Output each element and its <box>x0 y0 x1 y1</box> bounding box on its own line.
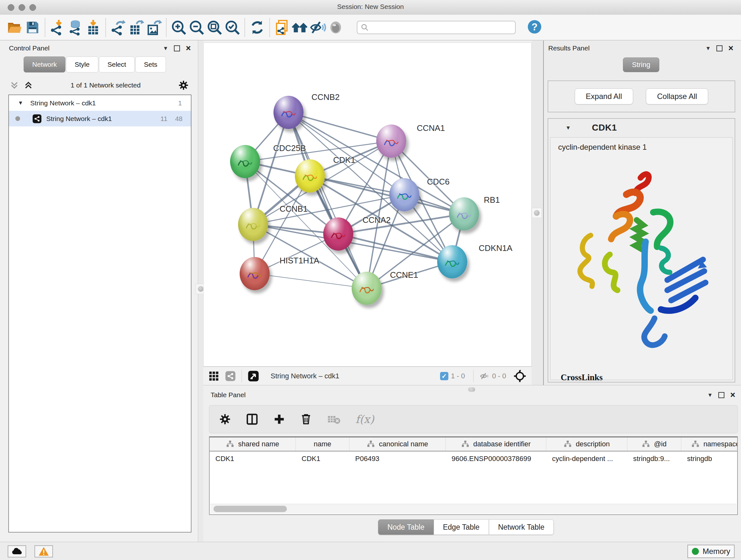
import-table-button[interactable] <box>84 18 102 37</box>
tab-select[interactable]: Select <box>99 57 135 72</box>
results-panel-float-button[interactable]: ▼ <box>705 46 711 51</box>
network-node-cdkn1a[interactable] <box>437 245 467 278</box>
table-cell[interactable]: stringdb:9... <box>627 455 681 463</box>
export-table-button[interactable] <box>127 18 145 37</box>
control-panel-maximize-button[interactable] <box>174 45 180 51</box>
table-row[interactable]: CDK1CDK1P064939606.ENSP00000378699cyclin… <box>210 451 737 466</box>
import-database-button[interactable] <box>66 18 84 37</box>
zoom-in-button[interactable] <box>170 18 188 37</box>
horizontal-splitter-handle[interactable] <box>468 387 475 392</box>
expand-all-button[interactable]: Expand All <box>575 88 633 105</box>
gene-collapse-icon[interactable]: ▼ <box>565 125 571 131</box>
network-edge[interactable] <box>255 273 367 288</box>
selected-nodes-checkbox[interactable]: ✓ <box>440 372 448 380</box>
network-node-cdc25b[interactable] <box>230 145 260 178</box>
gene-section-header[interactable]: ▼ CDK1 <box>548 119 735 137</box>
network-node-cdk1[interactable] <box>295 159 325 192</box>
results-panel-maximize-button[interactable] <box>717 45 723 51</box>
network-view: CCNB2 CCNA1 CDC25B CDK1 CDC6 RB1 CCNB1 C… <box>203 41 532 385</box>
tab-style[interactable]: Style <box>66 57 98 72</box>
search-input[interactable] <box>369 23 515 31</box>
network-edges <box>204 43 531 366</box>
collapse-all-icon[interactable] <box>10 80 19 90</box>
zoom-out-button[interactable] <box>188 18 205 37</box>
table-cell[interactable]: 9606.ENSP00000378699 <box>446 455 546 463</box>
control-panel-close-button[interactable]: × <box>186 45 191 52</box>
network-share-view-icon[interactable] <box>225 371 236 381</box>
network-node-ccna2[interactable] <box>323 217 353 251</box>
column-header--id[interactable]: @id <box>627 437 681 451</box>
network-node-hist1h1a[interactable] <box>240 257 270 290</box>
add-column-icon[interactable] <box>273 413 285 425</box>
grid-view-icon[interactable] <box>208 371 219 381</box>
save-session-button[interactable] <box>23 18 42 37</box>
column-header-namespace[interactable]: namespace <box>681 437 738 451</box>
right-splitter-handle[interactable] <box>532 208 542 218</box>
import-network-button[interactable] <box>49 18 66 37</box>
export-image-button[interactable] <box>145 18 163 37</box>
tab-edge-table[interactable]: Edge Table <box>434 519 489 535</box>
table-settings-gear-icon[interactable] <box>219 413 231 425</box>
birds-eye-view-icon[interactable] <box>248 370 259 382</box>
table-horizontal-scrollbar[interactable] <box>210 504 737 514</box>
table-cell[interactable]: stringdb <box>681 455 738 463</box>
left-splitter[interactable] <box>198 41 203 542</box>
table-cell[interactable]: CDK1 <box>210 455 296 463</box>
tab-sets[interactable]: Sets <box>135 57 166 72</box>
network-row-selected[interactable]: String Network – cdk1 11 48 <box>9 111 191 126</box>
table-panel-maximize-button[interactable] <box>718 392 724 398</box>
network-canvas[interactable]: CCNB2 CCNA1 CDC25B CDK1 CDC6 RB1 CCNB1 C… <box>203 43 532 367</box>
table-panel-float-button[interactable]: ▼ <box>707 392 713 398</box>
first-neighbors-button[interactable] <box>291 18 309 37</box>
column-header-description[interactable]: description <box>546 437 627 451</box>
tab-node-table[interactable]: Node Table <box>378 519 434 535</box>
delete-table-icon[interactable] <box>327 413 341 426</box>
gene-details: cyclin-dependent kinase 1 <box>550 137 733 380</box>
warnings-button[interactable] <box>35 545 53 557</box>
fit-selection-crosshair-icon[interactable] <box>513 369 527 383</box>
protein-thumbnail <box>382 135 401 150</box>
column-header-canonical-name[interactable]: canonical name <box>349 437 446 451</box>
collection-expand-icon[interactable]: ▼ <box>18 100 23 106</box>
import-network-icon <box>49 19 66 36</box>
open-session-button[interactable] <box>6 18 23 37</box>
table-cell[interactable]: P06493 <box>349 455 446 463</box>
network-options-gear-icon[interactable] <box>178 80 189 91</box>
protein-thumbnail <box>357 282 376 297</box>
tab-string[interactable]: String <box>623 57 659 72</box>
show-all-button[interactable] <box>327 18 345 37</box>
clone-network-button[interactable] <box>273 18 291 37</box>
tab-network[interactable]: Network <box>23 57 65 72</box>
cloud-status-button[interactable] <box>8 545 26 557</box>
collapse-all-button[interactable]: Collapse All <box>646 88 708 105</box>
control-panel-float-button[interactable]: ▼ <box>163 46 168 51</box>
network-node-rb1[interactable] <box>449 197 479 231</box>
table-cell[interactable]: CDK1 <box>296 455 349 463</box>
column-header-database-identifier[interactable]: database identifier <box>446 437 546 451</box>
network-collection-row[interactable]: ▼ String Network – cdk1 1 <box>9 95 191 111</box>
zoom-fit-button[interactable] <box>205 18 223 37</box>
scrollbar-thumb[interactable] <box>213 506 287 512</box>
table-panel-close-button[interactable]: × <box>730 392 735 399</box>
expand-all-icon[interactable] <box>23 80 33 90</box>
table-cell[interactable]: cyclin-dependent ... <box>546 455 627 463</box>
export-network-button[interactable] <box>109 18 127 37</box>
function-builder-button[interactable]: f(x) <box>355 413 374 426</box>
show-columns-icon[interactable] <box>246 413 259 426</box>
zoom-selected-button[interactable] <box>223 18 241 37</box>
column-header-name[interactable]: name <box>296 437 349 451</box>
network-node-cdc6[interactable] <box>389 178 419 211</box>
hide-selected-button[interactable] <box>309 18 327 37</box>
refresh-button[interactable] <box>248 18 266 37</box>
network-node-ccnb1[interactable] <box>238 208 268 241</box>
delete-column-icon[interactable] <box>300 413 312 425</box>
column-header-shared-name[interactable]: shared name <box>210 437 296 451</box>
results-panel-close-button[interactable]: × <box>728 45 733 52</box>
memory-button[interactable]: Memory <box>687 545 735 558</box>
network-node-ccna1[interactable] <box>376 125 406 158</box>
help-button[interactable]: ? <box>527 19 542 36</box>
network-node-ccne1[interactable] <box>352 272 382 305</box>
tab-network-table[interactable]: Network Table <box>489 519 554 535</box>
network-node-ccnb2[interactable] <box>273 96 304 129</box>
search-field[interactable] <box>357 21 516 34</box>
